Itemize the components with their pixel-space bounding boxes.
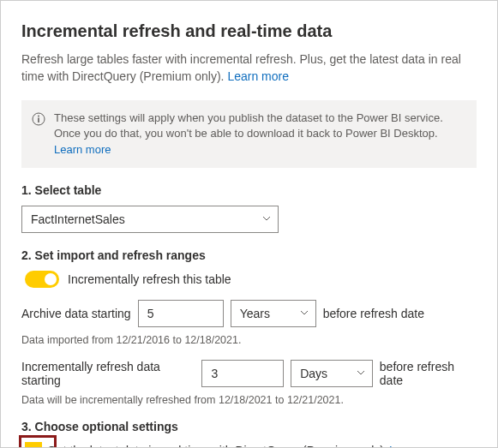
svg-rect-2 (38, 118, 39, 123)
section-2-label: 2. Set import and refresh ranges (21, 248, 477, 262)
svg-point-1 (38, 116, 39, 117)
refresh-hint: Data will be incrementally refreshed fro… (21, 394, 477, 406)
archive-label-before: Archive data starting (21, 307, 131, 320)
refresh-label-after: before refresh date (380, 360, 477, 387)
section-1-label: 1. Select table (21, 183, 477, 197)
archive-period-input[interactable] (138, 300, 224, 327)
refresh-period-input[interactable] (201, 360, 284, 387)
section-3-label: 3. Choose optional settings (21, 420, 477, 433)
info-text: These settings will apply when you publi… (54, 111, 463, 158)
info-bar: These settings will apply when you publi… (21, 100, 477, 168)
refresh-unit-select[interactable] (291, 360, 373, 387)
dialog-title: Incremental refresh and real-time data (21, 21, 477, 41)
info-icon (32, 112, 45, 126)
dialog-subtitle: Refresh large tables faster with increme… (21, 51, 477, 85)
toggle-knob (45, 273, 57, 285)
realtime-directquery-checkbox[interactable] (25, 442, 42, 448)
info-message: These settings will apply when you publi… (54, 111, 443, 140)
incremental-refresh-toggle[interactable] (25, 271, 59, 288)
info-learn-more-link[interactable]: Learn more (54, 143, 111, 156)
learn-more-link[interactable]: Learn more (227, 69, 289, 83)
realtime-option-label: Get the latest data in real time with Di… (47, 444, 384, 448)
toggle-label: Incrementally refresh this table (68, 272, 231, 286)
table-select[interactable] (21, 206, 279, 233)
archive-hint: Data imported from 12/21/2016 to 12/18/2… (21, 334, 477, 346)
archive-unit-select[interactable] (231, 300, 316, 327)
archive-label-after: before refresh date (323, 307, 424, 320)
refresh-label-before: Incrementally refresh data starting (21, 360, 195, 387)
realtime-learn-more-link[interactable]: Learn more (389, 444, 451, 448)
